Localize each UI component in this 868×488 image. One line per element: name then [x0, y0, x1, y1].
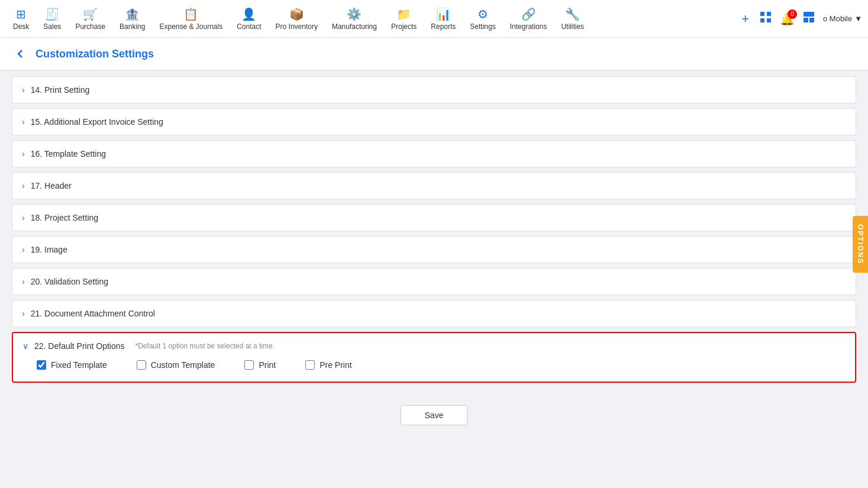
mobile-selector[interactable]: o Mobile ▼ [823, 14, 862, 23]
nav-label-utilities: Utilities [561, 22, 584, 31]
svg-rect-3 [767, 18, 771, 22]
item-label: 18. Project Setting [31, 213, 98, 222]
svg-rect-5 [804, 18, 808, 22]
nav-item-reports[interactable]: 📊 Reports [424, 7, 463, 31]
top-navigation: ⊞ Desk 🧾 Sales 🛒 Purchase 🏦 Banking 📋 Ex… [0, 0, 868, 38]
settings-icon: ⚙ [477, 7, 488, 21]
nav-label-sales: Sales [43, 22, 61, 31]
mobile-label-text: o Mobile [823, 14, 852, 23]
chevron-right-icon: › [22, 245, 25, 254]
settings-item-image[interactable]: › 19. Image [12, 236, 856, 263]
checkbox-print[interactable]: Print [244, 360, 276, 370]
layout-button[interactable] [801, 9, 817, 28]
contact-icon: 👤 [241, 7, 256, 21]
print-label: Print [259, 360, 276, 370]
add-button[interactable]: + [739, 9, 751, 29]
chevron-right-icon: › [22, 213, 25, 222]
nav-label-projects: Projects [391, 22, 417, 31]
item-label: 17. Header [31, 181, 72, 190]
dropdown-chevron-icon: ▼ [854, 14, 862, 23]
projects-icon: 📁 [396, 7, 411, 21]
settings-item-document-attachment[interactable]: › 21. Document Attachment Control [12, 300, 856, 327]
sales-icon: 🧾 [45, 7, 60, 21]
page-content: Customization Settings › 14. Print Setti… [0, 38, 868, 437]
item-label: 19. Image [31, 245, 67, 254]
purchase-icon: 🛒 [83, 7, 98, 21]
item-label: 20. Validation Setting [31, 277, 108, 286]
chevron-down-icon: ∨ [22, 341, 28, 351]
svg-rect-0 [760, 12, 764, 16]
print-checkbox[interactable] [244, 360, 254, 370]
chevron-right-icon: › [22, 277, 25, 286]
settings-item-project-setting[interactable]: › 18. Project Setting [12, 204, 856, 231]
chevron-right-icon: › [22, 85, 25, 95]
checkbox-pre-print[interactable]: Pre Print [305, 360, 351, 370]
pre-print-checkbox[interactable] [305, 360, 315, 370]
checkboxes-row: Fixed Template Custom Template Print Pre… [22, 357, 846, 373]
nav-label-reports: Reports [431, 22, 456, 31]
back-button[interactable] [12, 45, 30, 63]
settings-item-print-setting[interactable]: › 14. Print Setting [12, 76, 856, 104]
pro-inventory-icon: 📦 [289, 7, 304, 21]
reports-icon: 📊 [436, 7, 451, 21]
item-label: 21. Document Attachment Control [31, 309, 155, 318]
banking-icon: 🏦 [125, 7, 140, 21]
checkbox-fixed-template[interactable]: Fixed Template [37, 360, 107, 370]
options-sidebar[interactable]: OPTIONS [853, 215, 868, 272]
chevron-right-icon: › [22, 181, 25, 190]
nav-item-integrations[interactable]: 🔗 Integrations [503, 7, 554, 31]
notification-bell[interactable]: 🔔 0 [780, 12, 795, 26]
checkbox-custom-template[interactable]: Custom Template [137, 360, 215, 370]
grid-button[interactable] [757, 9, 774, 28]
expanded-section-title: 22. Default Print Options [34, 341, 125, 351]
settings-list: › 14. Print Setting › 15. Additional Exp… [0, 70, 868, 393]
desk-icon: ⊞ [16, 7, 26, 21]
item-label: 14. Print Setting [31, 85, 90, 95]
integrations-icon: 🔗 [521, 7, 536, 21]
nav-item-utilities[interactable]: 🔧 Utilities [554, 7, 591, 31]
item-label: 15. Additional Export Invoice Setting [31, 117, 163, 127]
nav-label-manufacturing: Manufacturing [332, 22, 377, 31]
nav-label-contact: Contact [237, 22, 261, 31]
expanded-section-header[interactable]: ∨ 22. Default Print Options *Default 1 o… [22, 341, 846, 351]
settings-item-export-invoice[interactable]: › 15. Additional Export Invoice Setting [12, 108, 856, 135]
nav-label-expense: Expense & Journals [159, 22, 222, 31]
page-title: Customization Settings [36, 48, 154, 60]
nav-item-purchase[interactable]: 🛒 Purchase [68, 7, 112, 31]
nav-item-manufacturing[interactable]: ⚙️ Manufacturing [325, 7, 384, 31]
nav-item-projects[interactable]: 📁 Projects [384, 7, 424, 31]
chevron-right-icon: › [22, 117, 25, 127]
fixed-template-checkbox[interactable] [37, 360, 46, 370]
fixed-template-label: Fixed Template [51, 360, 107, 370]
expense-icon: 📋 [183, 7, 198, 21]
save-area: Save [0, 393, 868, 437]
custom-template-checkbox[interactable] [137, 360, 146, 370]
nav-item-pro-inventory[interactable]: 📦 Pro Inventory [269, 7, 325, 31]
settings-item-default-print-options: ∨ 22. Default Print Options *Default 1 o… [12, 332, 856, 383]
nav-item-contact[interactable]: 👤 Contact [230, 7, 268, 31]
nav-label-integrations: Integrations [510, 22, 547, 31]
nav-items: ⊞ Desk 🧾 Sales 🛒 Purchase 🏦 Banking 📋 Ex… [6, 7, 739, 31]
nav-item-expense[interactable]: 📋 Expense & Journals [152, 7, 230, 31]
save-button[interactable]: Save [401, 405, 468, 425]
nav-item-sales[interactable]: 🧾 Sales [36, 7, 68, 31]
expanded-section-note: *Default 1 option must be selected at a … [135, 342, 275, 350]
settings-item-header[interactable]: › 17. Header [12, 172, 856, 199]
nav-item-desk[interactable]: ⊞ Desk [6, 7, 36, 31]
pre-print-label: Pre Print [320, 360, 351, 370]
nav-right: + 🔔 0 o Mobile ▼ [739, 9, 862, 29]
settings-item-template-setting[interactable]: › 16. Template Setting [12, 140, 856, 167]
custom-template-label: Custom Template [151, 360, 215, 370]
settings-item-validation[interactable]: › 20. Validation Setting [12, 268, 856, 295]
nav-label-purchase: Purchase [75, 22, 105, 31]
nav-label-banking: Banking [120, 22, 145, 31]
manufacturing-icon: ⚙️ [347, 7, 362, 21]
svg-rect-4 [804, 12, 814, 17]
svg-rect-1 [767, 12, 771, 16]
nav-item-settings[interactable]: ⚙ Settings [463, 7, 502, 31]
nav-item-banking[interactable]: 🏦 Banking [112, 7, 152, 31]
item-label: 16. Template Setting [31, 149, 106, 159]
nav-label-settings: Settings [470, 22, 495, 31]
nav-label-desk: Desk [13, 22, 29, 31]
notification-count: 0 [788, 9, 797, 19]
